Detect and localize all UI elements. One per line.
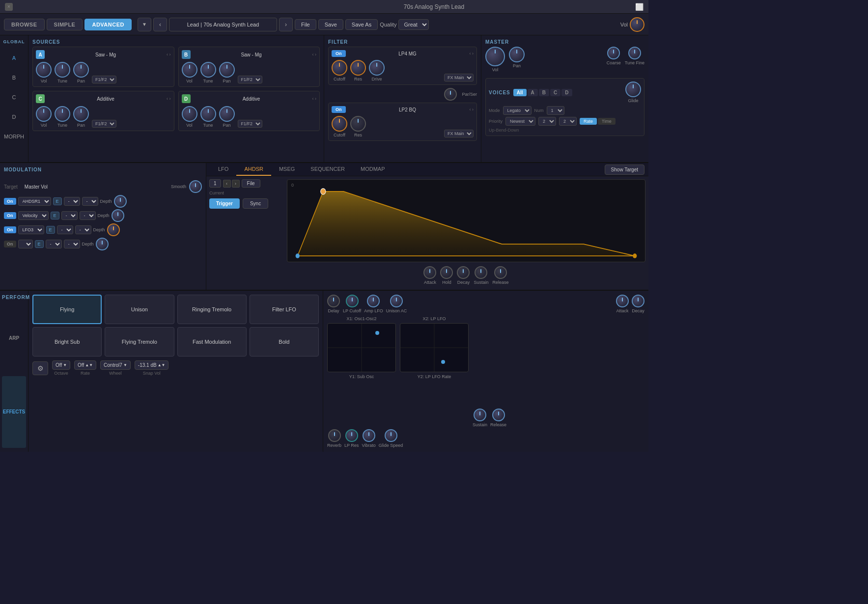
mod-4-source-select[interactable] [18,240,33,248]
filter-2-res-knob[interactable] [350,116,366,132]
saveas-button[interactable]: Save As [345,19,378,30]
xy-pad-2[interactable] [400,323,469,372]
par-ser-knob[interactable] [444,88,457,101]
snap-vol-dropdown[interactable]: -13.1 dB ▲▼ [135,360,169,370]
num-select[interactable]: 1 [547,106,564,115]
pad-bright-sub[interactable]: Bright Sub [32,327,102,357]
mod-3-depth-knob[interactable] [107,223,120,236]
sustain-knob[interactable] [475,266,487,279]
filter-1-on-button[interactable]: On [332,50,346,57]
filter-2-on-button[interactable]: On [332,106,346,113]
decay-master-knob[interactable] [632,295,644,307]
tab-ahdsr[interactable]: AHDSR [236,163,271,176]
effects-button[interactable]: EFFECTS [2,376,26,448]
filter-1-fx-select[interactable]: FX Main [444,74,474,82]
source-c-f1f2-select[interactable]: F1/F2 [92,120,116,128]
source-c-vol-knob[interactable] [36,106,52,122]
preset-expand-button[interactable]: ▼ [138,18,151,31]
voices-a-button[interactable]: A [528,89,538,96]
voices-c-button[interactable]: C [550,89,560,96]
mod-1-dash2-select[interactable]: - [82,197,98,206]
lp-cutoff-knob[interactable] [346,295,359,307]
global-row-a[interactable]: A [2,50,26,66]
source-a-f1f2-select[interactable]: F1/F2 [92,76,116,83]
source-d-vol-knob[interactable] [182,106,197,122]
master-vol-knob[interactable] [630,17,644,32]
bend2-select[interactable]: 2 [559,117,577,126]
pad-fast-modulation[interactable]: Fast Modulation [177,327,247,357]
release-master-knob[interactable] [492,409,505,421]
ahdsr-next-button[interactable]: › [232,180,240,188]
mod-2-dash-select[interactable]: - [61,211,78,220]
mode-select[interactable]: Legato [503,106,532,115]
source-c-tune-knob[interactable] [55,106,70,122]
pad-unison[interactable]: Unison [105,295,174,324]
mod-3-e-button[interactable]: E [46,226,55,234]
source-a-pan-knob[interactable] [73,62,89,78]
source-a-arrows[interactable]: ‹ › [167,52,171,57]
master-coarse-knob[interactable] [607,47,620,59]
filter-1-cutoff-knob[interactable] [332,60,347,76]
mod-3-dash2-select[interactable]: - [75,225,91,234]
release-knob[interactable] [494,266,507,279]
advanced-button[interactable]: ADVANCED [84,19,132,30]
wheel-dropdown[interactable]: Control7 ▼ [100,360,131,370]
reverb-knob[interactable] [328,429,341,442]
priority-select[interactable]: Newest [505,117,535,126]
show-target-button[interactable]: Show Target [605,165,644,175]
tab-lfo[interactable]: LFO [210,163,236,176]
mod-4-on-button[interactable]: On [4,241,16,247]
filter-1-drive-knob[interactable] [369,60,385,76]
amp-lfo-knob[interactable] [367,295,380,307]
mod-3-dash-select[interactable]: - [57,225,73,234]
source-c-pan-knob[interactable] [73,106,89,122]
filter-2-cutoff-knob[interactable] [332,116,347,132]
mod-2-source-select[interactable]: Velocity [18,211,49,220]
source-b-pan-knob[interactable] [219,62,235,78]
tab-sequencer[interactable]: SEQUENCER [303,163,353,176]
rate-button[interactable]: Rate [580,118,597,125]
simple-button[interactable]: SIMPLE [47,19,83,30]
ahdsr-file-button[interactable]: File [242,179,260,188]
octave-dropdown[interactable]: Off ▼ [52,360,70,370]
filter-1-arrows[interactable]: ‹ › [470,51,474,56]
source-d-arrows[interactable]: ‹ › [312,96,317,101]
mod-1-e-button[interactable]: E [53,197,62,205]
preset-prev-button[interactable]: ‹ [153,18,167,31]
source-d-tune-knob[interactable] [200,106,216,122]
bend1-select[interactable]: 2 [538,117,556,126]
mod-2-dash2-select[interactable]: - [80,211,96,220]
pad-flying-tremolo[interactable]: Flying Tremolo [105,327,174,357]
vibrato-knob[interactable] [363,429,375,442]
preset-name[interactable]: Lead | 70s Analog Synth Lead [169,18,277,31]
decay-knob[interactable] [457,266,470,279]
close-button[interactable]: × [5,3,13,11]
mod-4-e-button[interactable]: E [35,240,44,248]
tab-modmap[interactable]: MODMAP [353,163,393,176]
filter-1-res-knob[interactable] [350,60,366,76]
pad-ringing-tremolo[interactable]: Ringing Tremolo [177,295,247,324]
delay-knob[interactable] [327,295,340,307]
global-row-b[interactable]: B [2,70,26,85]
master-vol-main-knob[interactable] [485,47,505,66]
rate-dropdown[interactable]: Off ▲▼ [74,360,96,370]
glide-speed-knob[interactable] [385,429,397,442]
mod-4-dash2-select[interactable]: - [64,240,80,248]
filter-2-arrows[interactable]: ‹ › [470,107,474,112]
gear-button[interactable]: ⚙ [32,361,48,375]
mod-4-depth-knob[interactable] [96,238,109,250]
maximize-button[interactable]: ⬜ [635,3,644,11]
master-tune-fine-knob[interactable] [628,47,641,59]
attack-knob[interactable] [423,266,436,279]
time-button[interactable]: Time [598,118,616,125]
xy-pad-1[interactable] [327,323,396,372]
lp-res-knob[interactable] [345,429,358,442]
global-row-c[interactable]: C [2,89,26,105]
file-button[interactable]: File [295,19,316,30]
ahdsr-num-button[interactable]: 1 [209,179,221,188]
global-row-d[interactable]: D [2,109,26,125]
global-row-morph[interactable]: MORPH [2,129,26,144]
mod-1-on-button[interactable]: On [4,198,16,205]
source-c-arrows[interactable]: ‹ › [167,96,171,101]
smooth-knob[interactable] [189,180,202,193]
